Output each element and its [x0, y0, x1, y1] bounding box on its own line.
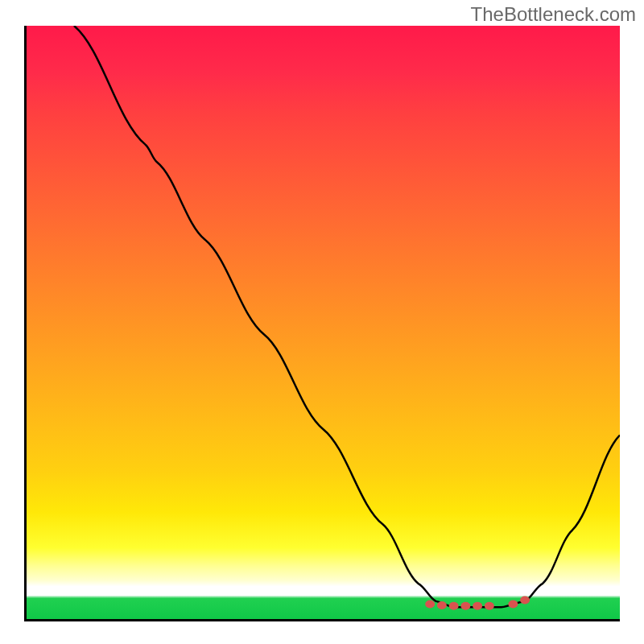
chart-plot-area [24, 26, 620, 621]
attribution-text: TheBottleneck.com [471, 3, 636, 26]
chart-gradient-background [27, 26, 620, 619]
